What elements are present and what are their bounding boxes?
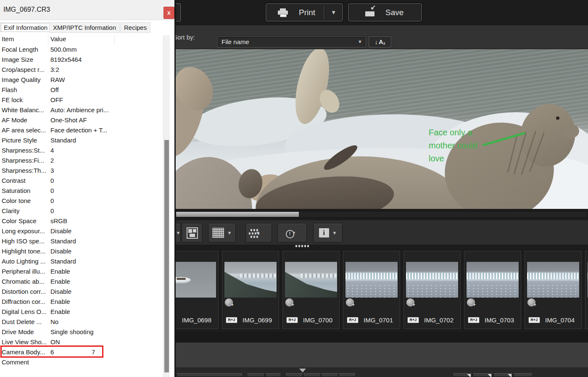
table-row[interactable]: Color tone0 xyxy=(0,196,161,206)
sort-letter: A xyxy=(379,38,383,45)
table-row[interactable]: Picture StyleStandard xyxy=(0,135,161,145)
row-value: Enable xyxy=(50,307,70,317)
table-row[interactable]: Focal Length500.0mm xyxy=(0,45,161,55)
table-row[interactable]: Digital Lens O...Enable xyxy=(0,307,161,317)
table-row[interactable]: AF area selec...Face detection + T... xyxy=(0,125,161,135)
print-button[interactable]: Print ▼ xyxy=(266,3,343,21)
table-row[interactable]: Saturation0 xyxy=(0,186,161,196)
row-value: Standard xyxy=(50,135,76,145)
seal-eye xyxy=(556,116,559,120)
table-row[interactable]: Drive ModeSingle shooting xyxy=(0,327,161,337)
row-value: 0 xyxy=(50,176,54,186)
table-row[interactable]: Sharpness:Th...3 xyxy=(0,166,161,176)
grid-view-button[interactable]: ▼ xyxy=(208,223,236,243)
bottom-partial-button[interactable] xyxy=(177,373,243,377)
horizontal-scrollbar-thumb[interactable] xyxy=(176,212,299,217)
row-item-label: Contrast xyxy=(2,176,26,186)
column-header-item: Item xyxy=(2,35,14,42)
dialog-scrollbar-thumb[interactable] xyxy=(164,140,169,372)
table-row[interactable]: AF ModeOne-Shot AF xyxy=(0,115,161,125)
row-item-label: Flash xyxy=(2,85,17,95)
occluded-dropdown-button[interactable]: ▼ xyxy=(176,223,181,243)
bottom-partial-button[interactable] xyxy=(321,373,338,377)
rating-partial-button[interactable] xyxy=(514,373,533,377)
table-row[interactable]: Contrast0 xyxy=(0,176,161,186)
row-item-label: Crop/aspect r... xyxy=(2,65,45,75)
table-row[interactable]: Highlight tone...Disable xyxy=(0,246,161,256)
thumbnail-image[interactable] xyxy=(224,262,277,298)
table-row[interactable]: Live View Sho...ON xyxy=(0,337,161,347)
chevron-down-icon[interactable]: ▼ xyxy=(331,9,336,16)
rating-partial-button[interactable] xyxy=(453,373,472,377)
multi-layout-button[interactable] xyxy=(182,223,203,243)
bottom-partial-button[interactable] xyxy=(338,373,356,377)
thumbnail-cell[interactable]: R+JIMG_0700 xyxy=(282,251,340,329)
bottom-partial-button[interactable] xyxy=(303,373,321,377)
main-photo-preview[interactable]: Face only amother couldlove xyxy=(176,49,588,209)
horizontal-scrollbar[interactable] xyxy=(176,211,588,218)
table-row[interactable]: Sharpness:St...4 xyxy=(0,145,161,156)
table-row[interactable]: Diffraction cor...Enable xyxy=(0,297,161,307)
table-row[interactable]: Color SpacesRGB xyxy=(0,216,161,226)
bottom-partial-button[interactable] xyxy=(247,373,264,377)
dialog-scrollbar[interactable] xyxy=(163,35,170,377)
thumbnail-cell[interactable] xyxy=(585,251,588,329)
table-row[interactable]: Clarity0 xyxy=(0,206,161,216)
tab-xmp-iptc-information[interactable]: XMP/IPTC Information xyxy=(49,22,120,33)
rating-partial-button[interactable] xyxy=(473,373,493,377)
tab-recipes[interactable]: Recipes xyxy=(120,22,150,33)
tab-exif-information[interactable]: Exif Information xyxy=(0,22,51,33)
table-row[interactable]: Image QualityRAW xyxy=(0,75,161,85)
table-row[interactable]: FlashOff xyxy=(0,85,161,95)
occluded-button-edge[interactable] xyxy=(176,3,181,21)
table-row[interactable]: High ISO spe...Standard xyxy=(0,236,161,246)
thumbnail-filename: IMG_0704 xyxy=(540,316,580,324)
dialog-titlebar[interactable]: IMG_0697.CR3 x xyxy=(0,0,174,20)
row-item-label: AF Mode xyxy=(2,115,27,125)
thumbnail-image[interactable] xyxy=(527,262,579,298)
table-row[interactable]: Comment xyxy=(0,357,161,367)
table-row[interactable]: Image Size8192x5464 xyxy=(0,55,161,65)
table-row[interactable]: Peripheral illu...Enable xyxy=(0,266,161,277)
table-row[interactable]: Chromatic ab...Enable xyxy=(0,277,161,287)
thumbnail-image[interactable] xyxy=(345,262,398,298)
row-value: 0 xyxy=(50,186,54,196)
rating-partial-button[interactable] xyxy=(493,373,513,377)
thumbnail-cell[interactable]: R+JIMG_0699 xyxy=(222,251,279,329)
info-display-button[interactable]: i ▼ xyxy=(313,223,343,243)
table-row[interactable]: Auto Lighting ...Standard xyxy=(0,256,161,266)
marked-image-filter-button[interactable]: ▼ xyxy=(277,223,307,243)
row-item-label: Comment xyxy=(2,357,29,367)
table-row[interactable]: Distortion corr...Disable xyxy=(0,287,161,297)
thumbnail-image[interactable] xyxy=(406,262,458,298)
table-row[interactable]: Dust Delete ...No xyxy=(0,317,161,327)
save-button[interactable]: Save xyxy=(348,3,422,21)
chevron-down-icon: ▼ xyxy=(358,37,362,47)
table-row[interactable]: Sharpness:Fi...2 xyxy=(0,156,161,166)
row-value: 0 xyxy=(50,206,54,216)
close-button[interactable]: x xyxy=(163,7,174,19)
panel-resize-grip[interactable] xyxy=(295,245,311,248)
seal-snout xyxy=(562,124,579,138)
row-item-label: Live View Sho... xyxy=(2,337,47,347)
table-row[interactable]: FE lockOFF xyxy=(0,95,161,105)
table-row[interactable]: Camera Body...67 xyxy=(0,347,161,357)
thumbnail-grid-button[interactable]: ▼ xyxy=(245,223,272,243)
thumbnail-cell[interactable]: R+JIMG_0704 xyxy=(525,251,582,329)
thumbnail-cell[interactable]: R+JIMG_0702 xyxy=(403,251,461,329)
sort-direction-button[interactable]: ↓ A z xyxy=(369,36,391,47)
table-row[interactable]: White Balanc...Auto: Ambience pri... xyxy=(0,105,161,115)
thumbnail-image[interactable] xyxy=(467,262,519,298)
table-row[interactable]: Long exposur...Disable xyxy=(0,226,161,236)
bottom-partial-button[interactable] xyxy=(265,373,281,377)
bottom-partial-button[interactable] xyxy=(285,373,303,377)
thumbnail-cell[interactable]: R+JIMG_0703 xyxy=(464,251,521,329)
sort-field-dropdown[interactable]: File name ▼ xyxy=(217,36,366,47)
table-row[interactable]: Crop/aspect r...3:2 xyxy=(0,65,161,75)
exif-table-rows: Focal Length500.0mmImage Size8192x5464Cr… xyxy=(0,45,161,367)
thumbnail-cell[interactable]: R+JIMG_0701 xyxy=(343,251,400,329)
thumbnail-image[interactable] xyxy=(285,262,337,298)
row-item-label: Picture Style xyxy=(2,135,37,145)
collapse-panel-triangle-icon[interactable] xyxy=(299,369,306,372)
sort-field-value: File name xyxy=(221,38,249,45)
